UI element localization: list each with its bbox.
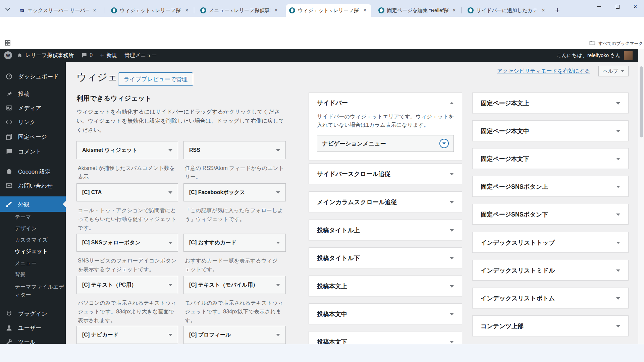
menu-item-pages[interactable]: 固定ページ xyxy=(0,130,66,143)
area-panel-post-body-top[interactable]: 投稿本文上 xyxy=(309,276,462,296)
tab-close-icon[interactable]: × xyxy=(273,7,279,13)
adminbar-admin-menu[interactable]: 管理メニュー xyxy=(124,52,157,59)
widget-card-navi-card[interactable]: [C] ナビカード xyxy=(76,326,178,344)
area-panel-page-sns-top[interactable]: 固定ページSNSボタン上 xyxy=(472,176,629,197)
area-panel-page-sns-bottom[interactable]: 固定ページSNSボタン下 xyxy=(472,204,629,225)
chevron-down-icon[interactable] xyxy=(168,284,172,286)
chevron-down-icon[interactable] xyxy=(616,269,620,272)
area-panel-post-body-middle[interactable]: 投稿本文中 xyxy=(309,303,462,324)
area-panel-content-top[interactable]: コンテンツ上部 xyxy=(472,315,629,336)
chevron-down-icon[interactable] xyxy=(616,102,620,105)
menu-item-appearance[interactable]: 外観 xyxy=(0,196,66,212)
submenu-background[interactable]: 背景 xyxy=(15,272,25,279)
chevron-down-icon[interactable] xyxy=(616,214,620,216)
sidebar-area-header[interactable]: サイドバー xyxy=(309,93,462,113)
tab-close-icon[interactable]: × xyxy=(362,7,368,13)
browser-tab-active[interactable]: ウィジェット ‹ レリーフ探偵事務 × xyxy=(286,4,371,17)
widget-card-text-mobile[interactable]: [C] テキスト（モバイル用） xyxy=(183,276,286,294)
chevron-down-icon[interactable] xyxy=(616,325,620,327)
chevron-down-icon[interactable] xyxy=(450,173,454,175)
adminbar-site-link[interactable]: レリーフ探偵事務所 xyxy=(17,52,74,59)
chevron-down-icon[interactable] xyxy=(276,242,280,244)
widget-card-akismet[interactable]: Akismet ウィジェット xyxy=(76,141,178,159)
all-bookmarks-label[interactable]: すべてのブックマーク xyxy=(598,41,643,47)
widget-card-recommend[interactable]: [C] おすすめカード xyxy=(183,234,286,252)
accessibility-mode-link[interactable]: アクセシビリティモードを有効にする xyxy=(497,68,590,75)
browser-tab-2[interactable]: ウィジェット ‹ レリーフ探偵事務 × xyxy=(108,4,193,17)
chevron-down-icon[interactable] xyxy=(168,149,172,152)
submenu-widgets-current[interactable]: ウィジェット xyxy=(15,248,48,255)
menu-item-posts[interactable]: 投稿 xyxy=(0,87,66,101)
area-panel-index-bottom[interactable]: インデックスリストボトム xyxy=(472,288,629,308)
adminbar-new[interactable]: + 新規 xyxy=(100,52,117,59)
adminbar-greeting[interactable]: こんにちは、releifyoko さん xyxy=(556,52,621,59)
chevron-down-icon[interactable] xyxy=(450,313,454,315)
widget-card-rss[interactable]: RSS xyxy=(183,141,286,159)
tab-close-icon[interactable]: × xyxy=(92,7,98,13)
widget-card-text-pc[interactable]: [C] テキスト（PC用） xyxy=(76,276,178,294)
area-panel-main-scroll[interactable]: メインカラムスクロール追従 xyxy=(309,191,462,212)
window-restore-button[interactable] xyxy=(609,0,627,13)
chevron-down-icon[interactable] xyxy=(450,257,454,259)
tab-close-icon[interactable]: × xyxy=(184,7,190,13)
page-scrollbar[interactable] xyxy=(638,49,644,344)
user-avatar[interactable] xyxy=(624,51,633,60)
window-close-button[interactable]: × xyxy=(627,0,644,13)
chevron-down-icon[interactable] xyxy=(450,341,454,343)
browser-tab-3[interactable]: メニュー ‹ レリーフ探偵事務所 - × xyxy=(197,4,282,17)
area-panel-post-title-below[interactable]: 投稿タイトル下 xyxy=(309,247,462,268)
help-button[interactable]: ヘルプ xyxy=(598,66,629,76)
chevron-down-icon[interactable] xyxy=(450,285,454,288)
wordpress-logo-icon[interactable]: W xyxy=(4,51,12,59)
submenu-customize[interactable]: カスタマイズ xyxy=(15,237,48,244)
submenu-design[interactable]: デザイン xyxy=(15,225,37,232)
menu-item-users[interactable]: ユーザー xyxy=(0,321,66,335)
chevron-down-icon[interactable] xyxy=(616,130,620,132)
tab-close-icon[interactable]: × xyxy=(451,7,457,13)
menu-item-contact[interactable]: お問い合わせ xyxy=(0,179,66,192)
menu-item-cocoon[interactable]: Cocoon 設定 xyxy=(0,165,66,178)
bookmarks-folder-icon[interactable] xyxy=(589,40,596,46)
chevron-down-icon[interactable] xyxy=(616,158,620,160)
apps-grid-icon[interactable] xyxy=(5,40,11,46)
submenu-theme-file-editor[interactable]: テーマファイルエディター xyxy=(15,283,65,299)
chevron-down-icon[interactable] xyxy=(168,191,172,194)
menu-item-links[interactable]: リンク xyxy=(0,115,66,129)
area-panel-post-body-bottom[interactable]: 投稿本文下 xyxy=(309,331,462,344)
menu-item-comments[interactable]: コメント xyxy=(0,145,66,158)
submenu-themes[interactable]: テーマ xyxy=(15,214,31,221)
browser-tab-6[interactable]: サイドバーに追加したカテゴリー × xyxy=(464,4,550,17)
widget-card-cta[interactable]: [C] CTA xyxy=(76,183,178,201)
nav-menu-widget[interactable]: ナビゲーションメニュー xyxy=(317,135,454,152)
menu-item-plugins[interactable]: プラグイン xyxy=(0,307,66,320)
area-panel-page-body-top[interactable]: 固定ページ本文上 xyxy=(472,93,629,113)
scrollbar-thumb[interactable] xyxy=(640,66,643,137)
chevron-up-icon[interactable] xyxy=(450,102,454,104)
area-panel-index-top[interactable]: インデックスリストトップ xyxy=(472,232,629,253)
live-preview-button[interactable]: ライブプレビューで管理 xyxy=(118,72,193,86)
chevron-down-icon[interactable] xyxy=(168,334,172,336)
area-panel-sidebar-scroll[interactable]: サイドバースクロール追従 xyxy=(309,163,462,184)
chevron-down-icon[interactable] xyxy=(450,229,454,232)
chevron-down-icon[interactable] xyxy=(616,297,620,300)
submenu-menus[interactable]: メニュー xyxy=(15,260,37,267)
tab-search-chevron-icon[interactable] xyxy=(6,7,9,10)
browser-tab-1[interactable]: XS エックスサーバー サーバーパネル × xyxy=(15,4,101,17)
widget-toggle-button[interactable] xyxy=(439,139,449,148)
menu-item-dashboard[interactable]: ダッシュボード xyxy=(0,70,66,83)
widget-card-sns-follow[interactable]: [C] SNSフォローボタン xyxy=(76,234,178,252)
chevron-down-icon[interactable] xyxy=(276,149,280,152)
area-panel-index-middle[interactable]: インデックスリストミドル xyxy=(472,260,629,281)
widget-card-facebook-box[interactable]: [C] Facebookボックス xyxy=(183,183,286,201)
menu-item-media[interactable]: メディア xyxy=(0,101,66,115)
chevron-down-icon[interactable] xyxy=(276,284,280,286)
area-panel-page-body-bottom[interactable]: 固定ページ本文下 xyxy=(472,148,629,169)
tab-close-icon[interactable]: × xyxy=(540,7,546,13)
chevron-down-icon[interactable] xyxy=(616,186,620,188)
widget-card-profile[interactable]: [C] プロフィール xyxy=(183,326,286,344)
adminbar-comments[interactable]: 0 xyxy=(81,52,93,58)
chevron-down-icon[interactable] xyxy=(616,242,620,244)
chevron-down-icon[interactable] xyxy=(450,201,454,203)
window-minimize-button[interactable] xyxy=(590,0,608,13)
browser-tab-5[interactable]: 固定ページを編集 “Relief探偵 × xyxy=(375,4,461,17)
